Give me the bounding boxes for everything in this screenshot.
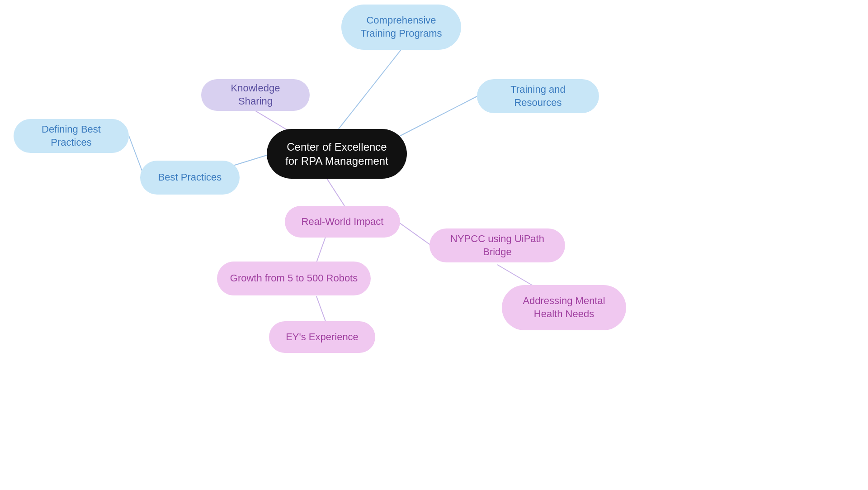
svg-line-6	[316, 237, 326, 262]
real-world-impact-node: Real-World Impact	[285, 206, 400, 238]
svg-line-5	[326, 176, 344, 206]
defining-best-practices-node: Defining Best Practices	[14, 119, 129, 153]
knowledge-sharing-node: Knowledge Sharing	[201, 79, 310, 111]
svg-line-7	[316, 296, 326, 321]
growth-robots-node: Growth from 5 to 500 Robots	[217, 262, 371, 295]
best-practices-node: Best Practices	[140, 161, 240, 195]
svg-line-2	[255, 111, 289, 131]
eys-experience-node: EY's Experience	[269, 321, 375, 353]
svg-line-0	[337, 50, 401, 131]
svg-line-1	[393, 96, 477, 139]
svg-line-8	[398, 222, 434, 247]
training-resources-node: Training and Resources	[477, 79, 599, 113]
svg-line-9	[497, 265, 536, 287]
comprehensive-training-node: Comprehensive Training Programs	[341, 5, 461, 50]
center-node: Center of Excellence for RPA Management	[267, 129, 407, 179]
nypcc-node: NYPCC using UiPath Bridge	[429, 228, 565, 262]
mental-health-node: Addressing Mental Health Needs	[502, 285, 626, 330]
